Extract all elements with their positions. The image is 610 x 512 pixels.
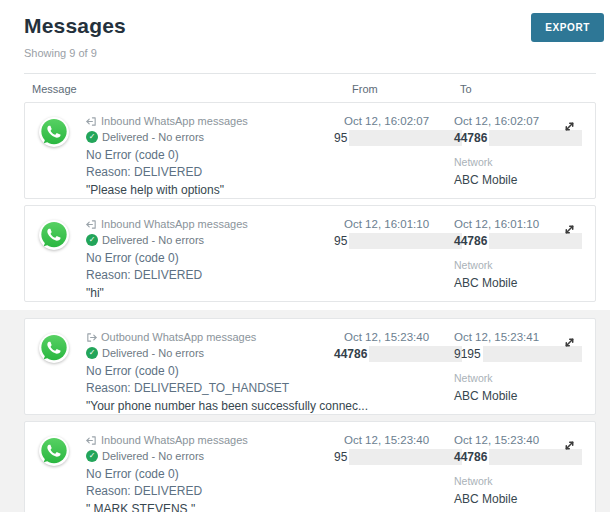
- page-header: Messages EXPORT Showing 9 of 9: [0, 0, 610, 59]
- error-code: No Error (code 0): [86, 250, 248, 267]
- from-timestamp: Oct 12, 16:02:07: [334, 115, 462, 127]
- column-header-message: Message: [32, 83, 77, 95]
- inbound-message-icon: [86, 116, 97, 127]
- column-header-from: From: [352, 83, 378, 95]
- from-cell: Oct 12, 16:02:07 95: [334, 115, 462, 146]
- message-row[interactable]: Inbound WhatsApp messages ✓ Delivered - …: [24, 102, 596, 199]
- message-type-label: Inbound WhatsApp messages: [101, 115, 248, 127]
- network-value: ABC Mobile: [454, 276, 582, 290]
- message-text: "hi": [86, 284, 248, 302]
- from-timestamp: Oct 12, 15:23:40: [334, 331, 462, 343]
- check-circle-icon: ✓: [86, 450, 98, 462]
- to-number: 9195: [454, 347, 483, 361]
- inbound-message-icon: [86, 435, 97, 446]
- column-header-to: To: [460, 83, 472, 95]
- table-column-headers: Message From To: [0, 74, 610, 102]
- message-row[interactable]: Inbound WhatsApp messages ✓ Delivered - …: [24, 205, 596, 302]
- page-title: Messages: [24, 14, 586, 38]
- from-number: 95: [334, 131, 349, 145]
- from-number: 95: [334, 450, 349, 464]
- network-value: ABC Mobile: [454, 389, 582, 403]
- check-circle-icon: ✓: [86, 131, 98, 143]
- delivery-reason: Reason: DELIVERED_TO_HANDSET: [86, 380, 368, 397]
- lower-section: Outbound WhatsApp messages ✓ Delivered -…: [0, 310, 610, 512]
- from-number: 44786: [334, 347, 369, 361]
- export-button[interactable]: EXPORT: [531, 13, 604, 42]
- delivery-status: Delivered - No errors: [102, 347, 204, 359]
- check-circle-icon: ✓: [86, 347, 98, 359]
- expand-icon[interactable]: [561, 335, 577, 351]
- message-text: "Your phone number has been successfully…: [86, 397, 368, 415]
- message-type-label: Inbound WhatsApp messages: [101, 218, 248, 230]
- message-text: "Please help with options": [86, 181, 248, 199]
- whatsapp-icon: [39, 333, 69, 363]
- whatsapp-icon: [39, 220, 69, 250]
- error-code: No Error (code 0): [86, 363, 368, 380]
- network-label: Network: [454, 372, 582, 384]
- from-number: 95: [334, 234, 349, 248]
- from-timestamp: Oct 12, 16:01:10: [334, 218, 462, 230]
- inbound-message-icon: [86, 219, 97, 230]
- network-value: ABC Mobile: [454, 492, 582, 506]
- to-number: 44786: [454, 131, 489, 145]
- to-number: 44786: [454, 234, 489, 248]
- check-circle-icon: ✓: [86, 234, 98, 246]
- message-row[interactable]: Inbound WhatsApp messages ✓ Delivered - …: [24, 421, 596, 512]
- redacted-number: [349, 130, 462, 146]
- network-label: Network: [454, 259, 582, 271]
- redacted-number: [349, 449, 462, 465]
- expand-icon[interactable]: [561, 438, 577, 454]
- network-label: Network: [454, 156, 582, 168]
- network-value: ABC Mobile: [454, 173, 582, 187]
- whatsapp-icon: [39, 117, 69, 147]
- delivery-reason: Reason: DELIVERED: [86, 483, 248, 500]
- message-text: " MARK STEVENS ": [86, 500, 248, 512]
- message-row[interactable]: Outbound WhatsApp messages ✓ Delivered -…: [24, 318, 596, 415]
- expand-icon[interactable]: [561, 222, 577, 238]
- from-cell: Oct 12, 15:23:40 95: [334, 434, 462, 465]
- redacted-number: [369, 346, 462, 362]
- delivery-reason: Reason: DELIVERED: [86, 267, 248, 284]
- error-code: No Error (code 0): [86, 147, 248, 164]
- delivery-reason: Reason: DELIVERED: [86, 164, 248, 181]
- message-type-label: Inbound WhatsApp messages: [101, 434, 248, 446]
- to-number: 44786: [454, 450, 489, 464]
- network-label: Network: [454, 475, 582, 487]
- error-code: No Error (code 0): [86, 466, 248, 483]
- results-count: Showing 9 of 9: [24, 47, 586, 59]
- whatsapp-icon: [39, 436, 69, 466]
- delivery-status: Delivered - No errors: [102, 234, 204, 246]
- expand-icon[interactable]: [561, 119, 577, 135]
- outbound-message-icon: [86, 332, 97, 343]
- from-cell: Oct 12, 16:01:10 95: [334, 218, 462, 249]
- from-cell: Oct 12, 15:23:40 44786: [334, 331, 462, 362]
- delivery-status: Delivered - No errors: [102, 450, 204, 462]
- delivery-status: Delivered - No errors: [102, 131, 204, 143]
- message-type-label: Outbound WhatsApp messages: [101, 331, 256, 343]
- from-timestamp: Oct 12, 15:23:40: [334, 434, 462, 446]
- redacted-number: [349, 233, 462, 249]
